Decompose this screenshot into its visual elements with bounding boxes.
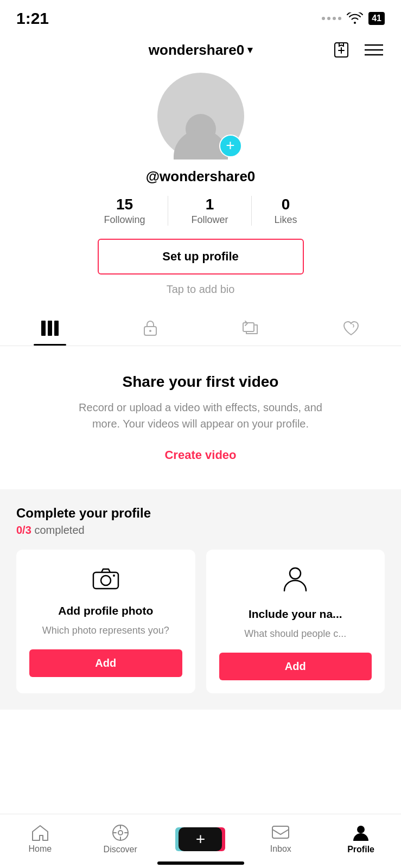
nav-create[interactable]: + xyxy=(161,827,241,851)
svg-rect-5 xyxy=(48,321,52,336)
include-name-card: Include your na... What should people c.… xyxy=(206,550,385,693)
complete-profile-title: Complete your profile xyxy=(16,506,385,521)
nav-home[interactable]: Home xyxy=(0,824,80,854)
create-video-button[interactable]: Create video xyxy=(164,448,236,462)
setup-profile-button[interactable]: Set up profile xyxy=(98,239,304,275)
camera-icon xyxy=(92,566,119,595)
menu-button[interactable] xyxy=(363,39,385,61)
chevron-down-icon: ▾ xyxy=(247,44,252,56)
empty-state-content: Share your first video Record or upload … xyxy=(0,346,401,478)
nav-profile[interactable]: Profile xyxy=(321,824,401,854)
plus-icon: + xyxy=(226,138,234,153)
svg-point-12 xyxy=(113,575,115,577)
create-button-inner[interactable]: + xyxy=(179,827,222,851)
tab-likes[interactable] xyxy=(301,311,401,346)
avatar-wrapper: + xyxy=(157,73,244,159)
status-time: 1:21 xyxy=(16,9,49,28)
header: wondershare0 ▾ xyxy=(0,33,401,67)
stats-row: 15 Following 1 Follower 0 Likes xyxy=(81,196,320,226)
hamburger-menu-icon xyxy=(365,44,383,56)
profile-tabs xyxy=(0,311,401,346)
profile-nav-icon xyxy=(352,824,370,842)
discover-icon xyxy=(111,824,130,842)
likes-tab-icon xyxy=(342,320,360,336)
nav-inbox[interactable]: Inbox xyxy=(240,824,321,854)
home-label: Home xyxy=(29,844,52,854)
reposts-tab-icon xyxy=(242,321,259,336)
follower-stat[interactable]: 1 Follower xyxy=(168,196,251,226)
svg-point-8 xyxy=(149,330,151,332)
person-icon xyxy=(283,566,307,598)
status-icons: 41 xyxy=(322,12,385,25)
inbox-label: Inbox xyxy=(270,844,291,854)
svg-rect-9 xyxy=(243,323,254,331)
nav-discover[interactable]: Discover xyxy=(80,824,161,854)
battery-icon: 41 xyxy=(368,12,385,25)
progress-fraction: 0/3 xyxy=(16,524,31,536)
header-username-text: wondershare0 xyxy=(149,42,244,59)
signal-dots-icon xyxy=(322,17,341,20)
completed-text: completed xyxy=(34,524,84,536)
home-indicator xyxy=(157,861,244,865)
discover-label: Discover xyxy=(104,845,137,854)
include-name-card-title: Include your na... xyxy=(249,608,342,621)
status-bar: 1:21 41 xyxy=(0,0,401,33)
include-name-card-desc: What should people c... xyxy=(244,627,346,641)
profile-section: + @wondershare0 15 Following 1 Follower … xyxy=(0,67,401,346)
profile-handle: @wondershare0 xyxy=(146,168,256,185)
home-icon xyxy=(31,824,49,841)
bottom-nav: Home Discover + Inbox xyxy=(0,814,401,868)
share-description: Record or upload a video with effects, s… xyxy=(65,399,336,432)
following-label: Following xyxy=(104,214,145,226)
complete-profile-progress: 0/3 completed xyxy=(16,524,385,537)
bookmark-star-button[interactable] xyxy=(330,39,352,61)
profile-label: Profile xyxy=(347,845,374,854)
include-name-add-button[interactable]: Add xyxy=(219,653,372,680)
bookmark-star-icon xyxy=(332,41,351,59)
follower-label: Follower xyxy=(191,214,228,226)
svg-rect-20 xyxy=(272,826,289,838)
header-username[interactable]: wondershare0 ▾ xyxy=(149,42,252,59)
add-profile-photo-button[interactable]: + xyxy=(219,135,242,157)
complete-profile-section: Complete your profile 0/3 completed Add … xyxy=(0,489,401,710)
lock-tab-icon xyxy=(143,320,158,337)
add-photo-button[interactable]: Add xyxy=(29,649,182,677)
likes-label: Likes xyxy=(275,214,297,226)
svg-point-15 xyxy=(118,831,123,835)
following-count: 15 xyxy=(116,196,133,213)
profile-cards-row: Add profile photo Which photo represents… xyxy=(16,550,385,693)
likes-stat[interactable]: 0 Likes xyxy=(252,196,320,226)
wifi-icon xyxy=(347,12,363,24)
tap-bio-button[interactable]: Tap to add bio xyxy=(167,283,235,296)
add-photo-card: Add profile photo Which photo represents… xyxy=(16,550,195,693)
follower-count: 1 xyxy=(206,196,214,213)
likes-count: 0 xyxy=(282,196,290,213)
svg-point-21 xyxy=(357,826,365,833)
tab-reposts[interactable] xyxy=(201,311,301,346)
svg-rect-4 xyxy=(41,321,46,336)
create-plus-icon: + xyxy=(196,830,206,848)
svg-rect-6 xyxy=(54,321,59,336)
tab-videos[interactable] xyxy=(0,311,100,346)
inbox-icon xyxy=(271,824,290,841)
videos-tab-icon xyxy=(41,321,59,336)
header-actions xyxy=(330,39,385,61)
add-photo-card-title: Add profile photo xyxy=(58,604,153,617)
svg-point-13 xyxy=(290,568,301,579)
add-photo-card-desc: Which photo represents you? xyxy=(42,624,169,637)
share-first-video-title: Share your first video xyxy=(123,373,279,391)
tab-private[interactable] xyxy=(100,311,201,346)
svg-point-11 xyxy=(101,576,111,585)
following-stat[interactable]: 15 Following xyxy=(81,196,168,226)
